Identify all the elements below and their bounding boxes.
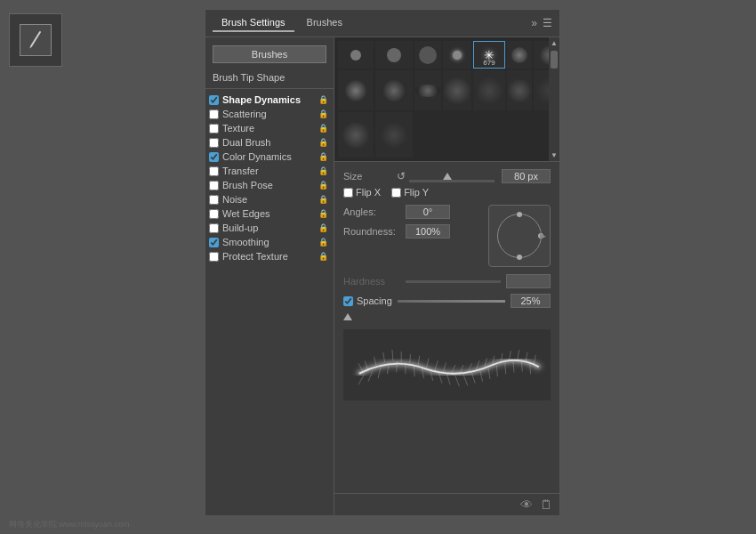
size-label: Size [343, 171, 397, 182]
spacing-value-input[interactable] [511, 294, 551, 308]
angle-arrow-right: ▶ [540, 231, 546, 240]
brush-cell[interactable] [338, 41, 374, 69]
shape-dynamics-label: Shape Dynamics [222, 94, 317, 105]
reset-icon[interactable]: ↺ [397, 170, 406, 182]
sidebar-item-brush-pose[interactable]: Brush Pose 🔒 [205, 178, 334, 192]
size-value-input[interactable] [502, 169, 551, 183]
roundness-label: Roundness: [343, 226, 406, 237]
lock-icon-6: 🔒 [318, 181, 328, 190]
lock-icon-1: 🔒 [318, 109, 328, 118]
flip-y-checkbox[interactable] [391, 188, 401, 198]
eye-icon[interactable]: 👁 [520, 498, 533, 512]
panel-footer: 👁 🗒 [334, 493, 559, 515]
stroke-preview-area [343, 329, 551, 400]
hardness-row: Hardness [343, 274, 551, 288]
panel-tabs: Brush Settings Brushes [213, 14, 351, 32]
brush-cell[interactable] [338, 70, 374, 110]
wet-edges-checkbox[interactable] [209, 209, 219, 219]
lock-icon-9: 🔒 [318, 223, 328, 232]
sidebar-item-texture[interactable]: Texture 🔒 [205, 121, 334, 135]
angle-roundness-section: Angles: Roundness: [343, 205, 551, 267]
build-up-checkbox[interactable] [209, 223, 219, 233]
sidebar-item-protect-texture[interactable]: Protect Texture 🔒 [205, 249, 334, 263]
brush-grid: ✳ 679 [334, 37, 559, 161]
tool-icon-inner [20, 24, 52, 56]
texture-label: Texture [222, 123, 317, 134]
brush-preview-dot [350, 50, 361, 61]
transfer-checkbox[interactable] [209, 166, 219, 176]
brush-panel: Brush Settings Brushes » ☰ Brushes Brush… [205, 9, 560, 516]
brush-preview-dot [414, 85, 441, 97]
spacing-checkbox[interactable] [343, 296, 353, 306]
spacing-label: Spacing [343, 295, 392, 306]
brush-cell[interactable] [443, 70, 471, 110]
sidebar-item-dual-brush[interactable]: Dual Brush 🔒 [205, 135, 334, 150]
sidebar-item-transfer[interactable]: Transfer 🔒 [205, 164, 334, 178]
brush-cell[interactable] [414, 70, 441, 110]
tab-brushes[interactable]: Brushes [298, 14, 351, 32]
lock-icon-8: 🔒 [318, 209, 328, 218]
roundness-input[interactable] [406, 224, 450, 239]
brush-preview-dot [338, 117, 374, 153]
spacing-slider[interactable] [398, 300, 505, 303]
color-dynamics-checkbox[interactable] [209, 152, 219, 162]
angles-input[interactable] [406, 205, 450, 219]
hardness-label: Hardness [343, 276, 406, 287]
document-icon[interactable]: 🗒 [540, 498, 552, 512]
sidebar-item-build-up[interactable]: Build-up 🔒 [205, 221, 334, 235]
lock-icon-5: 🔒 [318, 166, 328, 175]
sidebar-item-shape-dynamics[interactable]: Shape Dynamics 🔒 [205, 93, 334, 107]
dot-handle-bottom[interactable] [517, 255, 522, 260]
flip-y-label: Flip Y [391, 187, 429, 198]
scroll-down-arrow[interactable]: ▼ [549, 150, 559, 161]
brush-cell-selected[interactable]: ✳ 679 [473, 41, 505, 69]
sidebar-item-scattering[interactable]: Scattering 🔒 [205, 107, 334, 121]
sidebar-item-color-dynamics[interactable]: Color Dynamics 🔒 [205, 150, 334, 164]
panel-header: Brush Settings Brushes » ☰ [205, 10, 559, 37]
scroll-thumb[interactable] [551, 51, 558, 69]
texture-checkbox[interactable] [209, 124, 219, 134]
bottom-slider-thumb [343, 313, 352, 320]
svg-line-0 [31, 32, 40, 46]
sidebar-item-noise[interactable]: Noise 🔒 [205, 192, 334, 206]
brush-cell[interactable] [507, 70, 532, 110]
brush-cell[interactable] [338, 112, 374, 158]
dot-handle-top[interactable] [517, 212, 522, 217]
brush-cell[interactable] [473, 70, 505, 110]
scroll-up-arrow[interactable]: ▲ [549, 37, 559, 49]
brush-preview-area: ✳ 679 [334, 37, 559, 162]
dual-brush-label: Dual Brush [222, 137, 317, 148]
angle-ellipse [497, 214, 542, 258]
brush-pose-checkbox[interactable] [209, 181, 219, 190]
brush-cell[interactable] [375, 41, 413, 69]
menu-icon[interactable]: ☰ [543, 17, 552, 29]
expand-icon[interactable]: » [531, 17, 537, 29]
flip-x-checkbox[interactable] [343, 188, 353, 198]
brush-tip-shape-label: Brush Tip Shape [205, 70, 334, 89]
dual-brush-checkbox[interactable] [209, 138, 219, 148]
brush-cell[interactable] [414, 41, 441, 69]
noise-checkbox[interactable] [209, 195, 219, 205]
size-slider[interactable] [409, 171, 495, 182]
smoothing-label: Smoothing [222, 237, 317, 247]
brush-cell[interactable] [375, 112, 413, 158]
smoothing-checkbox[interactable] [209, 238, 219, 247]
sidebar-item-wet-edges[interactable]: Wet Edges 🔒 [205, 206, 334, 221]
shape-dynamics-checkbox[interactable] [209, 95, 219, 105]
scattering-checkbox[interactable] [209, 109, 219, 119]
preview-scrollbar[interactable]: ▲ ▼ [549, 37, 559, 161]
brushes-button[interactable]: Brushes [213, 45, 326, 63]
tab-brush-settings[interactable]: Brush Settings [213, 14, 294, 32]
hardness-input[interactable] [506, 274, 551, 288]
brush-preview-dot [419, 46, 437, 64]
protect-texture-checkbox[interactable] [209, 252, 219, 262]
build-up-label: Build-up [222, 222, 317, 233]
brush-cell[interactable] [375, 70, 413, 110]
circle-angle-control[interactable]: ▶ [488, 205, 551, 267]
hardness-slider[interactable] [406, 280, 501, 283]
angles-row: Angles: [343, 205, 479, 219]
protect-texture-label: Protect Texture [222, 251, 317, 262]
sidebar-item-smoothing[interactable]: Smoothing 🔒 [205, 235, 334, 249]
brush-cell[interactable] [507, 41, 532, 69]
brush-cell[interactable] [443, 41, 471, 69]
